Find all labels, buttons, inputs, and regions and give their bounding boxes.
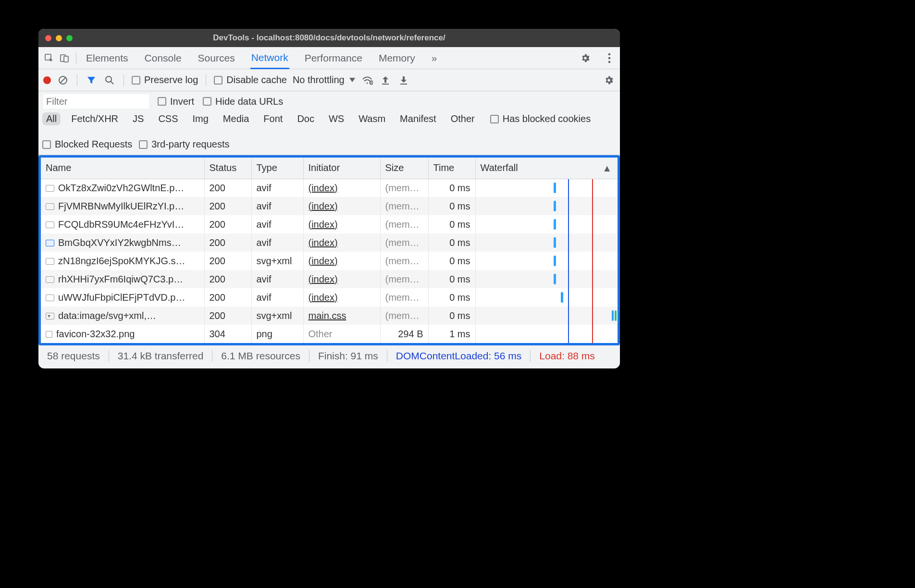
column-type[interactable]: Type — [251, 158, 303, 179]
filter-input[interactable] — [43, 94, 149, 109]
type-filter-js[interactable]: JS — [129, 112, 148, 125]
tab-network[interactable]: Network — [250, 47, 289, 69]
throttling-select[interactable]: No throttling — [293, 74, 355, 86]
type-filter-other[interactable]: Other — [447, 112, 479, 125]
inspect-element-icon[interactable] — [41, 50, 57, 66]
type-filter-font[interactable]: Font — [260, 112, 286, 125]
cell-waterfall — [475, 288, 618, 306]
file-type-icon — [46, 203, 54, 210]
cell-initiator: (index) — [303, 233, 380, 252]
network-settings-gear-icon[interactable] — [603, 74, 615, 86]
cell-time: 0 ms — [428, 233, 475, 252]
invert-checkbox[interactable]: Invert — [158, 96, 194, 107]
third-party-checkbox[interactable]: 3rd-party requests — [139, 139, 229, 150]
cell-size: (mem… — [380, 197, 428, 215]
search-icon[interactable] — [103, 74, 116, 86]
request-row[interactable]: data:image/svg+xml,…200svg+xmlmain.css(m… — [41, 306, 618, 325]
request-row[interactable]: uWWJfuFbpiClEFjPTdVD.p…200avif(index)(me… — [41, 288, 618, 306]
type-filter-manifest[interactable]: Manifest — [396, 112, 440, 125]
request-row[interactable]: BmGbqXVYxIY2kwgbNms…200avif(index)(mem…0… — [41, 233, 618, 252]
cell-initiator: main.css — [303, 306, 380, 325]
cell-waterfall — [475, 270, 618, 288]
request-row[interactable]: rhXHHi7yxFm6IqiwQ7C3.p…200avif(index)(me… — [41, 270, 618, 288]
separator — [124, 74, 124, 86]
filter-funnel-icon[interactable] — [85, 74, 98, 86]
blocked-requests-label: Blocked Requests — [55, 139, 132, 150]
kebab-menu-icon[interactable] — [602, 50, 617, 66]
column-status[interactable]: Status — [204, 158, 251, 179]
hide-data-urls-checkbox[interactable]: Hide data URLs — [203, 96, 283, 107]
request-row[interactable]: FCQLdbRS9UMc4eFHzYvI…200avif(index)(mem…… — [41, 215, 618, 233]
request-row[interactable]: favicon-32x32.png304pngOther294 B1 ms — [41, 325, 618, 343]
dropdown-caret-icon — [349, 78, 355, 82]
devtools-window: DevTools - localhost:8080/docs/devtools/… — [38, 29, 620, 368]
type-filter-fetchxhr[interactable]: Fetch/XHR — [67, 112, 122, 125]
panel-tabs: ElementsConsoleSourcesNetworkPerformance… — [38, 47, 620, 69]
preserve-log-label: Preserve log — [144, 74, 198, 86]
column-initiator[interactable]: Initiator — [303, 158, 380, 179]
cell-name: zN18ngzI6ejSpoKMYKJG.s… — [41, 252, 204, 270]
type-filter-ws[interactable]: WS — [325, 112, 348, 125]
upload-har-icon[interactable] — [379, 74, 392, 86]
type-filter-wasm[interactable]: Wasm — [355, 112, 389, 125]
tab-memory[interactable]: Memory — [378, 48, 416, 68]
cell-time: 0 ms — [428, 306, 475, 325]
network-toolbar: Preserve log Disable cache No throttling — [38, 69, 620, 91]
type-filter-css[interactable]: CSS — [154, 112, 182, 125]
column-time[interactable]: Time — [428, 158, 475, 179]
hide-data-urls-label: Hide data URLs — [215, 96, 283, 107]
status-requests: 58 requests — [47, 350, 109, 362]
cell-type: png — [251, 325, 303, 343]
tab-console[interactable]: Console — [144, 48, 183, 68]
tab-performance[interactable]: Performance — [304, 48, 363, 68]
type-filter-media[interactable]: Media — [219, 112, 253, 125]
preserve-log-checkbox[interactable]: Preserve log — [132, 74, 198, 86]
cell-initiator: (index) — [303, 252, 380, 270]
svg-rect-2 — [64, 56, 68, 62]
column-waterfall[interactable]: Waterfall▲ — [475, 158, 618, 179]
svg-rect-13 — [400, 84, 407, 85]
has-blocked-cookies-checkbox[interactable]: Has blocked cookies — [490, 113, 591, 124]
type-filter-doc[interactable]: Doc — [293, 112, 318, 125]
column-size[interactable]: Size — [380, 158, 428, 179]
tab-elements[interactable]: Elements — [85, 48, 129, 68]
cell-name: OkTz8xZwi0zVh2GWltnE.p… — [41, 179, 204, 197]
cell-status: 304 — [204, 325, 251, 343]
device-toolbar-icon[interactable] — [57, 50, 72, 66]
has-blocked-cookies-label: Has blocked cookies — [503, 113, 591, 124]
cell-time: 1 ms — [428, 325, 475, 343]
record-button[interactable] — [43, 76, 51, 84]
third-party-label: 3rd-party requests — [151, 139, 229, 150]
blocked-requests-checkbox[interactable]: Blocked Requests — [42, 139, 132, 150]
cell-initiator: (index) — [303, 288, 380, 306]
download-har-icon[interactable] — [397, 74, 410, 86]
disable-cache-checkbox[interactable]: Disable cache — [214, 74, 287, 86]
column-name[interactable]: Name — [41, 158, 204, 179]
request-row[interactable]: zN18ngzI6ejSpoKMYKJG.s…200svg+xml(index)… — [41, 252, 618, 270]
separator — [77, 74, 77, 86]
cell-status: 200 — [204, 233, 251, 252]
svg-line-7 — [60, 77, 66, 83]
file-type-icon — [46, 221, 54, 228]
cell-type: avif — [251, 179, 303, 197]
cell-size: 294 B — [380, 325, 428, 343]
cell-time: 0 ms — [428, 215, 475, 233]
request-row[interactable]: FjVMRBNwMyIlkUElRzYI.p…200avif(index)(me… — [41, 197, 618, 215]
svg-rect-12 — [382, 84, 389, 85]
cell-name: BmGbqXVYxIY2kwgbNms… — [41, 233, 204, 252]
cell-status: 200 — [204, 252, 251, 270]
disable-cache-label: Disable cache — [226, 74, 287, 86]
tabs-overflow-icon[interactable]: » — [431, 48, 438, 68]
tab-sources[interactable]: Sources — [197, 48, 236, 68]
status-finish: Finish: 91 ms — [309, 350, 387, 362]
cell-type: svg+xml — [251, 252, 303, 270]
cell-waterfall — [475, 306, 618, 325]
type-filter-all[interactable]: All — [42, 112, 61, 125]
clear-icon[interactable] — [57, 74, 69, 86]
request-row[interactable]: OkTz8xZwi0zVh2GWltnE.p…200avif(index)(me… — [41, 179, 618, 197]
cell-name: FCQLdbRS9UMc4eFHzYvI… — [41, 215, 204, 233]
file-type-icon — [46, 258, 54, 265]
type-filter-img[interactable]: Img — [189, 112, 212, 125]
network-conditions-icon[interactable] — [361, 74, 373, 86]
settings-gear-icon[interactable] — [578, 50, 593, 66]
